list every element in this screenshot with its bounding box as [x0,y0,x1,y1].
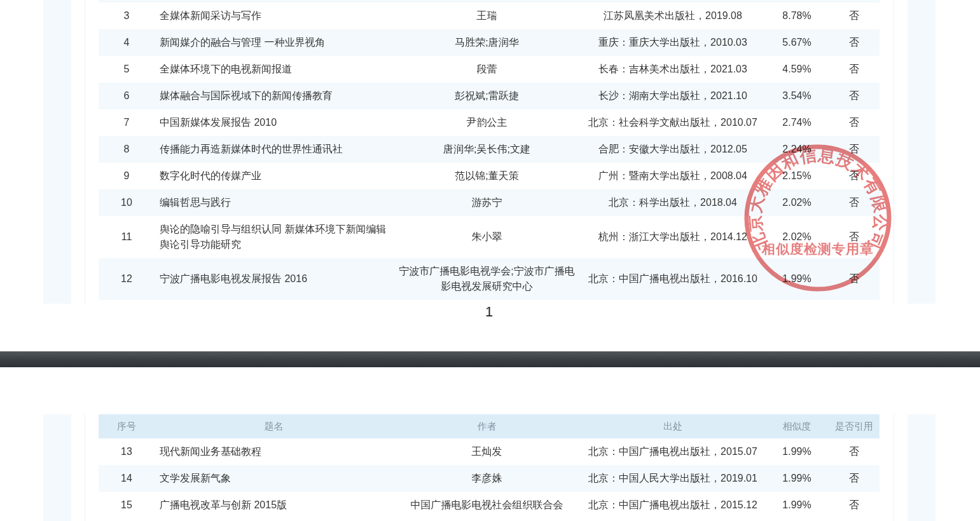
row-author: 宁波市广播电影电视学会;宁波市广播电影电视发展研究中心 [393,258,581,300]
row-source: 合肥：安徽大学出版社，2012.05 [581,136,765,163]
row-seq: 3 [99,3,155,29]
row-cited: 否 [829,109,880,136]
row-title: 全媒体新闻采访与写作 [155,3,393,29]
row-author: 彭祝斌;雷跃捷 [393,83,581,109]
row-seq: 11 [99,216,155,258]
table-row: 11 舆论的隐喻引导与组织认同 新媒体环境下新闻编辑舆论引导功能研究 朱小翠 杭… [99,216,880,258]
row-cited: 否 [829,163,880,189]
row-cited: 否 [829,29,880,56]
row-title: 数字化时代的传媒产业 [155,163,393,189]
row-author: 范以锦;董天策 [393,163,581,189]
row-seq: 15 [99,492,155,518]
table-row: 5 全媒体环境下的电视新闻报道 段蕾 长春：吉林美术出版社，2021.03 4.… [99,56,880,83]
row-similarity: 2.74% [765,109,829,136]
row-author: 尹韵公主 [393,109,581,136]
row-cited: 否 [829,136,880,163]
row-author: 中国广播电影电视社会组织联合会 [393,492,581,518]
row-similarity: 3.54% [765,83,829,109]
row-similarity: 1.99% [765,258,829,300]
row-title: 文学发展新气象 [155,465,393,492]
page2-left-strip [43,414,71,521]
row-similarity: 8.78% [765,3,829,29]
table-row: 8 传播能力再造新媒体时代的世界性通讯社 唐润华;吴长伟;文建 合肥：安徽大学出… [99,136,880,163]
row-source: 北京：科学出版社，2018.04 [581,189,765,216]
header-cited: 是否引用 [829,414,880,438]
row-author: 李彦姝 [393,465,581,492]
row-similarity: 5.67% [765,29,829,56]
page2-right-strip [908,414,935,521]
row-source: 长春：吉林美术出版社，2021.03 [581,56,765,83]
row-source: 广州：暨南大学出版社，2008.04 [581,163,765,189]
table-row: 13 现代新闻业务基础教程 王灿发 北京：中国广播电视出版社，2015.07 1… [99,438,880,465]
row-title: 广播电视改革与创新 2015版 [155,492,393,518]
header-author: 作者 [393,414,581,438]
row-cited: 否 [829,492,880,518]
row-author: 王瑞 [393,3,581,29]
row-title: 全媒体环境下的电视新闻报道 [155,56,393,83]
row-cited: 否 [829,56,880,83]
row-source: 杭州：浙江大学出版社，2014.12 [581,216,765,258]
row-similarity: 4.59% [765,56,829,83]
header-similarity: 相似度 [765,414,829,438]
row-seq: 5 [99,56,155,83]
page-separator [0,351,980,367]
row-seq: 6 [99,83,155,109]
header-seq: 序号 [99,414,155,438]
page1-right-strip [908,0,935,304]
row-similarity: 1.99% [765,492,829,518]
row-source: 长沙：湖南大学出版社，2021.10 [581,83,765,109]
page1-table: 3 全媒体新闻采访与写作 王瑞 江苏凤凰美术出版社，2019.08 8.78% … [99,3,880,300]
row-cited: 否 [829,465,880,492]
table-row: 9 数字化时代的传媒产业 范以锦;董天策 广州：暨南大学出版社，2008.04 … [99,163,880,189]
header-title: 题名 [155,414,393,438]
row-similarity: 1.99% [765,465,829,492]
row-seq: 8 [99,136,155,163]
row-title: 媒体融合与国际视域下的新闻传播教育 [155,83,393,109]
row-seq: 13 [99,438,155,465]
table-row: 10 编辑哲思与践行 游苏宁 北京：科学出版社，2018.04 2.02% 否 [99,189,880,216]
row-seq: 4 [99,29,155,56]
row-source: 北京：中国广播电视出版社，2016.10 [581,258,765,300]
row-source: 北京：社会科学文献出版社，2010.07 [581,109,765,136]
row-author: 马胜荣;唐润华 [393,29,581,56]
page2-right-border [894,414,894,521]
row-seq: 9 [99,163,155,189]
table-row: 12 宁波广播电影电视发展报告 2016 宁波市广播电影电视学会;宁波市广播电影… [99,258,880,300]
page2-left-border [85,414,85,521]
row-author: 朱小翠 [393,216,581,258]
table-row: 6 媒体融合与国际视域下的新闻传播教育 彭祝斌;雷跃捷 长沙：湖南大学出版社，2… [99,83,880,109]
row-cited: 否 [829,83,880,109]
row-seq: 10 [99,189,155,216]
row-author: 游苏宁 [393,189,581,216]
row-similarity: 2.15% [765,163,829,189]
page1-right-border [894,0,894,304]
row-similarity: 2.02% [765,216,829,258]
row-similarity: 2.02% [765,189,829,216]
row-cited: 否 [829,438,880,465]
row-author: 王灿发 [393,438,581,465]
row-seq: 12 [99,258,155,300]
row-title: 舆论的隐喻引导与组织认同 新媒体环境下新闻编辑舆论引导功能研究 [155,216,393,258]
row-seq: 14 [99,465,155,492]
row-cited: 否 [829,3,880,29]
page1-left-border [85,0,85,304]
page2-table: 序号 题名 作者 出处 相似度 是否引用 13 现代新闻业务基础教程 王灿发 北… [99,414,880,518]
page-number: 1 [99,304,880,323]
table-row: 15 广播电视改革与创新 2015版 中国广播电影电视社会组织联合会 北京：中国… [99,492,880,518]
row-title: 现代新闻业务基础教程 [155,438,393,465]
row-title: 编辑哲思与践行 [155,189,393,216]
row-source: 重庆：重庆大学出版社，2010.03 [581,29,765,56]
row-source: 北京：中国广播电视出版社，2015.07 [581,438,765,465]
row-author: 段蕾 [393,56,581,83]
table-row: 3 全媒体新闻采访与写作 王瑞 江苏凤凰美术出版社，2019.08 8.78% … [99,3,880,29]
report-viewport: 3 全媒体新闻采访与写作 王瑞 江苏凤凰美术出版社，2019.08 8.78% … [0,0,980,521]
page1-left-strip [43,0,71,304]
row-title: 中国新媒体发展报告 2010 [155,109,393,136]
row-source: 江苏凤凰美术出版社，2019.08 [581,3,765,29]
table-row: 7 中国新媒体发展报告 2010 尹韵公主 北京：社会科学文献出版社，2010.… [99,109,880,136]
row-source: 北京：中国广播电视出版社，2015.12 [581,492,765,518]
row-cited: 否 [829,189,880,216]
row-title: 传播能力再造新媒体时代的世界性通讯社 [155,136,393,163]
table-row: 4 新闻媒介的融合与管理 一种业界视角 马胜荣;唐润华 重庆：重庆大学出版社，2… [99,29,880,56]
row-author: 唐润华;吴长伟;文建 [393,136,581,163]
